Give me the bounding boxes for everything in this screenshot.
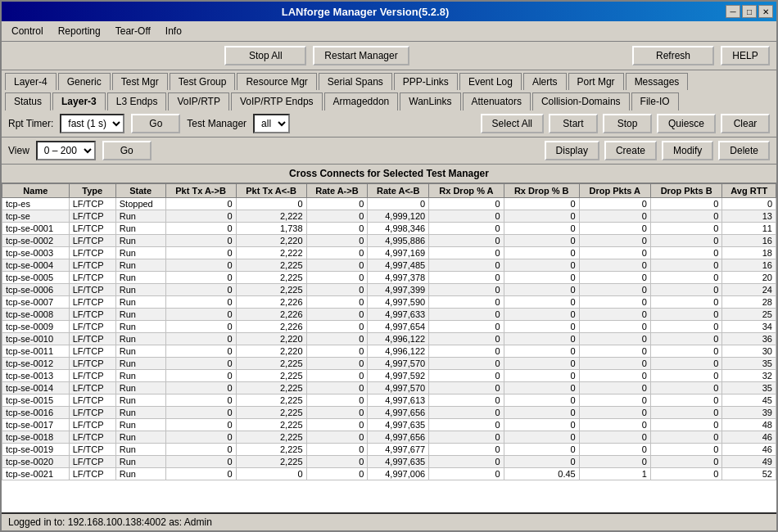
tab-file-io[interactable]: File-IO [631, 92, 679, 110]
col-drop-pkts-b[interactable]: Drop Pkts B [650, 184, 722, 198]
select-all-button[interactable]: Select All [481, 114, 544, 133]
rpt-timer-go-button[interactable]: Go [131, 114, 180, 133]
table-row[interactable]: tcp-seLF/TCPRun02,22204,999,120000013 [2, 210, 776, 223]
table-cell: 0 [429, 223, 504, 235]
menu-reporting[interactable]: Reporting [55, 24, 104, 38]
table-row[interactable]: tcp-se-0014LF/TCPRun02,22504,997,5700000… [2, 382, 776, 394]
tab-collision-domains[interactable]: Collision-Domains [532, 92, 630, 110]
tab-resource-mgr[interactable]: Resource Mgr [237, 73, 316, 90]
view-select[interactable]: 0 – 200 [36, 141, 96, 160]
table-cell: 0 [650, 259, 722, 272]
tab-wanlinks[interactable]: WanLinks [400, 92, 460, 110]
table-cell: 4,996,122 [368, 345, 429, 358]
create-button[interactable]: Create [604, 141, 657, 160]
col-pkt-tx-ba[interactable]: Pkt Tx A<-B [236, 184, 306, 198]
menu-tearoff[interactable]: Tear-Off [112, 24, 154, 38]
table-row[interactable]: tcp-se-0004LF/TCPRun02,22504,997,4850000… [2, 259, 776, 272]
col-name[interactable]: Name [2, 184, 70, 198]
rpt-timer-select[interactable]: fast (1 s) [60, 114, 124, 133]
tab-layer4[interactable]: Layer-4 [5, 73, 57, 90]
refresh-button[interactable]: Refresh [632, 46, 714, 65]
table-row[interactable]: tcp-se-0009LF/TCPRun02,22604,997,6540000… [2, 321, 776, 333]
table-cell: 35 [722, 382, 776, 394]
col-avg-rtt[interactable]: Avg RTT [722, 184, 776, 198]
table-row[interactable]: tcp-se-0001LF/TCPRun01,73804,998,3460000… [2, 223, 776, 235]
table-row[interactable]: tcp-se-0017LF/TCPRun02,22504,997,6350000… [2, 419, 776, 431]
modify-button[interactable]: Modify [662, 141, 713, 160]
table-row[interactable]: tcp-se-0005LF/TCPRun02,22504,997,3780000… [2, 272, 776, 284]
table-row[interactable]: tcp-se-0013LF/TCPRun02,22504,997,5920000… [2, 370, 776, 382]
start-button[interactable]: Start [549, 114, 598, 133]
tab-status[interactable]: Status [5, 92, 51, 110]
tab-test-mgr[interactable]: Test Mgr [112, 73, 168, 90]
tab-event-log[interactable]: Event Log [459, 73, 522, 90]
tab-armageddon[interactable]: Armageddon [324, 92, 399, 110]
col-type[interactable]: Type [69, 184, 115, 198]
col-drop-pkts-a[interactable]: Drop Pkts A [579, 184, 650, 198]
view-go-button[interactable]: Go [102, 141, 152, 160]
col-state[interactable]: State [115, 184, 165, 198]
table-cell: 0 [429, 382, 504, 394]
tab-serial-spans[interactable]: Serial Spans [319, 73, 392, 90]
table-cell: 0 [579, 394, 650, 407]
tab-ppp-links[interactable]: PPP-Links [394, 73, 458, 90]
col-rate-ab[interactable]: Rate A->B [306, 184, 368, 198]
col-rate-ba[interactable]: Rate A<-B [368, 184, 429, 198]
menu-info[interactable]: Info [162, 24, 185, 38]
tab-l3-endps[interactable]: L3 Endps [107, 92, 167, 110]
maximize-button[interactable]: □ [742, 5, 757, 18]
table-cell: 0 [306, 198, 368, 210]
table-cell: tcp-se-0013 [2, 370, 70, 382]
tab-voip-rtp[interactable]: VoIP/RTP [168, 92, 228, 110]
table-row[interactable]: tcp-se-0020LF/TCPRun02,22504,997,6350000… [2, 456, 776, 468]
close-button[interactable]: ✕ [758, 5, 773, 18]
minimize-button[interactable]: ─ [726, 5, 740, 18]
col-pkt-tx-ab[interactable]: Pkt Tx A->B [165, 184, 236, 198]
table-cell: tcp-se-0010 [2, 333, 70, 345]
tab-messages[interactable]: Messages [626, 73, 689, 90]
quiesce-button[interactable]: Quiesce [657, 114, 716, 133]
table-row[interactable]: tcp-se-0003LF/TCPRun02,22204,997,1690000… [2, 247, 776, 259]
test-manager-select[interactable]: all [253, 114, 290, 133]
col-rx-drop-a[interactable]: Rx Drop % A [429, 184, 504, 198]
table-cell: 30 [722, 345, 776, 358]
tab-layer3[interactable]: Layer-3 [52, 92, 106, 110]
tab-alerts[interactable]: Alerts [523, 73, 567, 90]
table-row[interactable]: tcp-se-0008LF/TCPRun02,22604,997,6330000… [2, 309, 776, 321]
table-cell: 0 [165, 358, 236, 370]
table-row[interactable]: tcp-se-0006LF/TCPRun02,22504,997,3990000… [2, 284, 776, 296]
tab-voip-rtp-endps[interactable]: VoIP/RTP Endps [231, 92, 323, 110]
table-wrapper[interactable]: Name Type State Pkt Tx A->B Pkt Tx A<-B … [2, 183, 776, 512]
stop-button[interactable]: Stop [603, 114, 652, 133]
table-cell: 4,998,346 [368, 223, 429, 235]
table-row[interactable]: tcp-se-0021LF/TCPRun0004,997,00600.45105… [2, 468, 776, 480]
table-row[interactable]: tcp-se-0011LF/TCPRun02,22004,996,1220000… [2, 345, 776, 358]
delete-button[interactable]: Delete [718, 141, 770, 160]
table-cell: 0 [579, 358, 650, 370]
table-row[interactable]: tcp-se-0002LF/TCPRun02,22004,995,8860000… [2, 235, 776, 247]
restart-manager-button[interactable]: Restart Manager [313, 46, 409, 65]
tab-attenuators[interactable]: Attenuators [463, 92, 531, 110]
tab-generic[interactable]: Generic [58, 73, 111, 90]
stop-all-button[interactable]: Stop All [224, 46, 306, 65]
table-cell: Run [115, 210, 165, 223]
table-row[interactable]: tcp-se-0019LF/TCPRun02,22504,997,6770000… [2, 444, 776, 456]
table-row[interactable]: tcp-esLF/TCPStopped000000000 [2, 198, 776, 210]
menu-control[interactable]: Control [8, 24, 47, 38]
tab-test-group[interactable]: Test Group [170, 73, 236, 90]
table-row[interactable]: tcp-se-0010LF/TCPRun02,22004,996,1220000… [2, 333, 776, 345]
table-cell: 32 [722, 370, 776, 382]
table-row[interactable]: tcp-se-0018LF/TCPRun02,22504,997,6560000… [2, 431, 776, 444]
table-cell: 0 [650, 210, 722, 223]
col-rx-drop-b[interactable]: Rx Drop % B [504, 184, 579, 198]
table-cell: 0 [165, 431, 236, 444]
table-row[interactable]: tcp-se-0015LF/TCPRun02,22504,997,6130000… [2, 394, 776, 407]
display-button[interactable]: Display [545, 141, 599, 160]
table-row[interactable]: tcp-se-0012LF/TCPRun02,22504,997,5700000… [2, 358, 776, 370]
table-cell: tcp-se-0003 [2, 247, 70, 259]
help-button[interactable]: HELP [721, 46, 770, 65]
table-row[interactable]: tcp-se-0016LF/TCPRun02,22504,997,6560000… [2, 407, 776, 419]
tab-port-mgr[interactable]: Port Mgr [568, 73, 624, 90]
clear-button[interactable]: Clear [721, 114, 770, 133]
table-row[interactable]: tcp-se-0007LF/TCPRun02,22604,997,5900000… [2, 296, 776, 309]
